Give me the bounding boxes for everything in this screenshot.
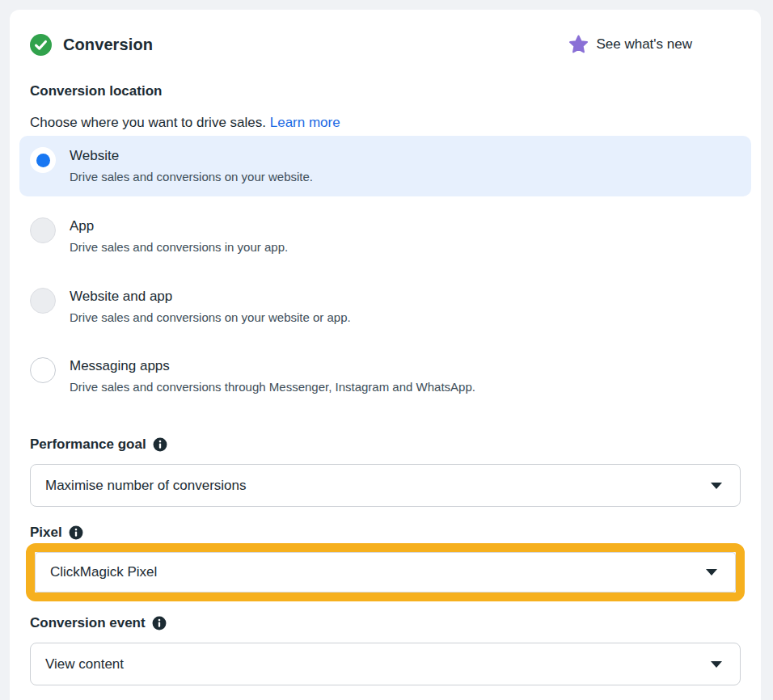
performance-goal-select[interactable]: Maximise number of conversions xyxy=(30,464,741,507)
option-website-text: Website Drive sales and conversions on y… xyxy=(70,147,313,185)
option-app[interactable]: App Drive sales and conversions in your … xyxy=(30,217,741,255)
radio-app[interactable] xyxy=(30,217,56,243)
see-whats-new-link[interactable]: See what's new xyxy=(568,35,692,55)
check-circle-icon xyxy=(30,34,52,56)
option-website-and-app-title: Website and app xyxy=(70,288,351,306)
option-app-description: Drive sales and conversions in your app. xyxy=(70,239,288,255)
star-icon xyxy=(568,35,589,55)
radio-website[interactable] xyxy=(30,147,56,173)
chevron-down-icon xyxy=(711,483,722,489)
option-messaging-apps-description: Drive sales and conversions through Mess… xyxy=(70,379,475,395)
conversion-location-options: Website Drive sales and conversions on y… xyxy=(30,136,741,395)
option-website-description: Drive sales and conversions on your webs… xyxy=(70,169,313,185)
option-website-and-app-description: Drive sales and conversions on your webs… xyxy=(70,310,351,326)
intro-text: Choose where you want to drive sales. xyxy=(30,115,270,130)
conversion-event-value: View content xyxy=(45,656,124,673)
highlight-annotation: ClickMagick Pixel xyxy=(26,543,745,601)
pixel-value: ClickMagick Pixel xyxy=(50,564,157,580)
performance-goal-label: Performance goal xyxy=(30,436,146,453)
option-app-title: App xyxy=(70,217,288,235)
pixel-select[interactable]: ClickMagick Pixel xyxy=(35,552,736,592)
chevron-down-icon xyxy=(711,661,722,668)
option-messaging-apps-title: Messaging apps xyxy=(70,357,475,375)
conversion-event-select[interactable]: View content xyxy=(30,643,741,685)
option-website-and-app-text: Website and app Drive sales and conversi… xyxy=(70,288,351,326)
option-website-title: Website xyxy=(70,147,313,165)
radio-messaging-apps[interactable] xyxy=(30,357,56,383)
performance-goal-label-row: Performance goal xyxy=(30,436,741,453)
conversion-event-label: Conversion event xyxy=(30,614,146,632)
radio-website-and-app[interactable] xyxy=(30,288,56,314)
conversion-location-intro: Choose where you want to drive sales. Le… xyxy=(30,113,741,132)
info-icon[interactable] xyxy=(153,437,167,452)
info-icon[interactable] xyxy=(152,616,167,630)
header-title-group: Conversion xyxy=(30,34,153,56)
conversion-event-label-row: Conversion event xyxy=(30,614,741,632)
chevron-down-icon xyxy=(706,569,717,576)
info-icon[interactable] xyxy=(69,525,83,540)
conversion-settings-card: Conversion See what's new Conversion loc… xyxy=(10,10,761,700)
option-website[interactable]: Website Drive sales and conversions on y… xyxy=(19,136,751,196)
option-messaging-apps-text: Messaging apps Drive sales and conversio… xyxy=(70,357,475,395)
pixel-label: Pixel xyxy=(30,524,62,542)
conversion-location-heading: Conversion location xyxy=(30,82,741,100)
card-header: Conversion See what's new xyxy=(30,10,741,56)
page-title: Conversion xyxy=(63,36,153,54)
option-messaging-apps[interactable]: Messaging apps Drive sales and conversio… xyxy=(30,357,741,395)
performance-goal-value: Maximise number of conversions xyxy=(45,478,246,494)
learn-more-link[interactable]: Learn more xyxy=(270,115,340,130)
option-website-and-app[interactable]: Website and app Drive sales and conversi… xyxy=(30,288,741,326)
see-whats-new-label: See what's new xyxy=(596,36,692,53)
option-app-text: App Drive sales and conversions in your … xyxy=(70,217,288,255)
pixel-label-row: Pixel xyxy=(30,524,741,542)
